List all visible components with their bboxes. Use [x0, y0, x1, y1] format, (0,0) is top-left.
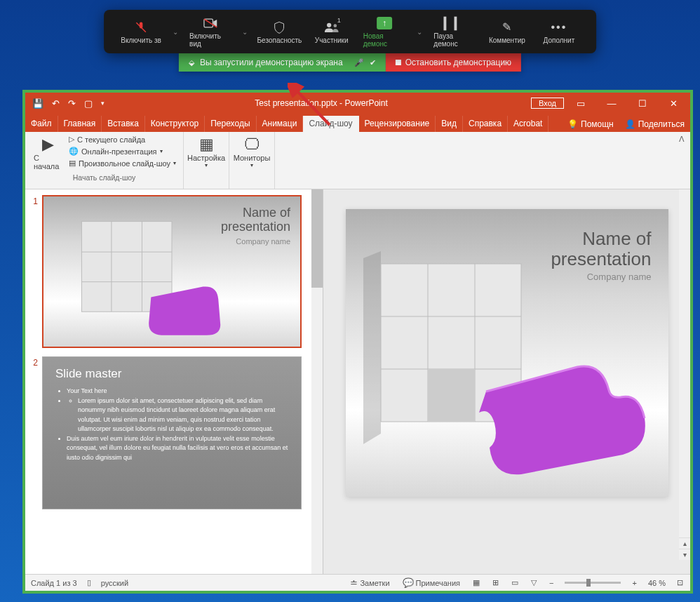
share-status-bar: ⬙ Вы запустили демонстрацию экрана 🎤 ✔ О…: [179, 53, 521, 72]
tab-acrobat[interactable]: Acrobat: [508, 116, 548, 132]
custom-slideshow-button[interactable]: ▤Произвольное слайд-шоу ▾: [67, 158, 177, 168]
stop-share-label: Остановить демонстрацию: [405, 58, 511, 67]
next-slide-button[interactable]: ▾: [679, 549, 690, 560]
new-share-button[interactable]: ↑ Новая демонс: [359, 14, 410, 49]
prev-slide-button[interactable]: ▴: [679, 537, 690, 549]
monitors-button[interactable]: 🖵 Мониторы ▾: [235, 134, 269, 170]
share-status: ⬙ Вы запустили демонстрацию экрана 🎤 ✔: [179, 53, 386, 72]
participants-button[interactable]: 1 Участники: [307, 18, 356, 46]
language-button[interactable]: русский: [101, 579, 128, 587]
pause-share-button[interactable]: ▎▎ Пауза демонс: [429, 14, 480, 49]
slide-counter: Слайд 1 из 3: [31, 579, 77, 587]
tab-home[interactable]: Главная: [58, 116, 102, 132]
slide-thumbnails-panel: 1 Name ofpresentation Company name: [25, 189, 323, 574]
thumbnail-2[interactable]: 2 Slide master Your Text here Lorem ipsu…: [28, 356, 320, 509]
unmute-button[interactable]: Включить зв: [116, 18, 166, 46]
comments-button[interactable]: 💬Примечания: [401, 577, 462, 588]
zoom-slider[interactable]: [565, 582, 621, 584]
close-button[interactable]: ✕: [659, 93, 687, 114]
login-button[interactable]: Вход: [531, 98, 564, 109]
svg-point-3: [327, 22, 331, 27]
tab-review[interactable]: Рецензирование: [359, 116, 436, 132]
start-show-icon[interactable]: ▢: [84, 98, 93, 109]
ribbon-options-icon[interactable]: ▭: [567, 93, 595, 114]
mic-muted-icon: 🎤: [354, 58, 364, 67]
preview-v-scrollbar[interactable]: [679, 189, 690, 560]
custom-show-icon: ▤: [69, 159, 76, 168]
slideshow-view-button[interactable]: ▽: [530, 578, 538, 587]
redo-icon[interactable]: ↷: [68, 98, 76, 109]
shield-check-icon: ✔: [370, 58, 376, 67]
shield-icon: [274, 20, 285, 35]
more-button[interactable]: ••• Дополнит: [534, 18, 584, 46]
annotate-button[interactable]: ✎ Комментир: [483, 18, 532, 46]
undo-icon[interactable]: ↶: [52, 98, 60, 109]
thumb-slide-2: Slide master Your Text here Lorem ipsum …: [42, 356, 302, 509]
new-share-label: Новая демонс: [363, 32, 406, 48]
chevron-down-icon: ▾: [205, 162, 208, 168]
statusbar: Слайд 1 из 3 ▯ русский ≐Заметки 💬Примеча…: [25, 574, 690, 591]
thumb-number: 2: [28, 356, 38, 509]
svg-rect-17: [428, 369, 475, 422]
titlebar: 💾 ↶ ↷ ▢ ▾ Test presentation.pptx - Power…: [25, 93, 690, 114]
normal-view-button[interactable]: ▦: [471, 578, 481, 587]
svg-marker-11: [363, 251, 381, 444]
setup-button[interactable]: ▦ Настройка ▾: [189, 134, 223, 170]
collapse-ribbon-button[interactable]: ᐱ: [673, 132, 690, 189]
tab-transitions[interactable]: Переходы: [205, 116, 256, 132]
tab-slideshow[interactable]: Слайд-шоу: [303, 116, 358, 132]
video-label: Включить вид: [189, 32, 231, 48]
from-current-button[interactable]: ▷С текущего слайда: [67, 134, 177, 145]
tab-animations[interactable]: Анимаци: [257, 116, 304, 132]
monitors-label: Мониторы: [234, 154, 271, 162]
start-video-button[interactable]: Включить вид: [185, 14, 235, 49]
zoom-out-button[interactable]: −: [548, 579, 555, 587]
stop-icon: [396, 60, 401, 65]
ribbon-group-monitors: 🖵 Мониторы ▾: [229, 132, 275, 189]
stop-share-button[interactable]: Остановить демонстрацию: [386, 53, 521, 72]
chevron-down-icon: ▾: [160, 148, 163, 154]
maximize-button[interactable]: ☐: [628, 93, 657, 114]
reading-view-button[interactable]: ▭: [510, 578, 520, 587]
qat-dropdown-icon[interactable]: ▾: [101, 100, 105, 107]
from-beginning-button[interactable]: ▶ С начала: [31, 134, 65, 172]
tab-file[interactable]: Файл: [25, 116, 58, 132]
slide-canvas[interactable]: Name ofpresentation Company name: [346, 209, 668, 497]
zoom-in-button[interactable]: +: [631, 579, 638, 587]
zoom-level[interactable]: 46 %: [648, 579, 666, 587]
mic-chevron[interactable]: ⌄: [168, 28, 182, 36]
tab-help[interactable]: Справка: [463, 116, 508, 132]
ribbon-group-setup: ▦ Настройка ▾: [184, 132, 229, 189]
security-button[interactable]: Безопасность: [255, 18, 304, 46]
comment-icon: 💬: [403, 577, 414, 588]
fit-to-window-button[interactable]: ⊡: [675, 578, 685, 587]
share-status-text: Вы запустили демонстрацию экрана: [200, 58, 343, 67]
thumbnail-1[interactable]: 1 Name ofpresentation Company name: [28, 195, 320, 348]
tab-view[interactable]: Вид: [436, 116, 463, 132]
pause-icon: ▎▎: [444, 15, 465, 31]
minimize-button[interactable]: —: [598, 93, 626, 114]
share-button[interactable]: 👤Поделиться: [619, 116, 690, 132]
share-chevron[interactable]: ⌄: [412, 28, 426, 36]
powerpoint-window: 💾 ↶ ↷ ▢ ▾ Test presentation.pptx - Power…: [22, 90, 693, 594]
notes-button[interactable]: ≐Заметки: [349, 577, 391, 588]
video-chevron[interactable]: ⌄: [238, 28, 252, 36]
tab-insert[interactable]: Вставка: [102, 116, 145, 132]
from-start-label: С начала: [34, 154, 62, 170]
svg-point-4: [333, 24, 337, 27]
tell-me-button[interactable]: 💡Помощн: [562, 116, 619, 132]
zoom-toolbar: Включить зв ⌄ Включить вид ⌄ Безопасност…: [104, 10, 596, 53]
save-icon[interactable]: 💾: [32, 98, 43, 109]
pencil-icon: ✎: [502, 20, 511, 35]
play-from-start-icon: ▶: [42, 135, 54, 154]
spell-check-icon[interactable]: ▯: [87, 578, 91, 587]
thumbs-scrollbar[interactable]: [311, 189, 323, 574]
ribbon-tabs: Файл Главная Вставка Конструктор Переход…: [25, 114, 690, 132]
content-area: 1 Name ofpresentation Company name: [25, 189, 690, 574]
unmute-label: Включить зв: [121, 36, 161, 44]
online-presentation-button[interactable]: 🌐Онлайн-презентация ▾: [67, 146, 177, 156]
chevron-down-icon: ▾: [173, 160, 176, 166]
tab-design[interactable]: Конструктор: [145, 116, 205, 132]
more-label: Дополнит: [544, 36, 575, 44]
sorter-view-button[interactable]: ⊞: [491, 578, 500, 587]
